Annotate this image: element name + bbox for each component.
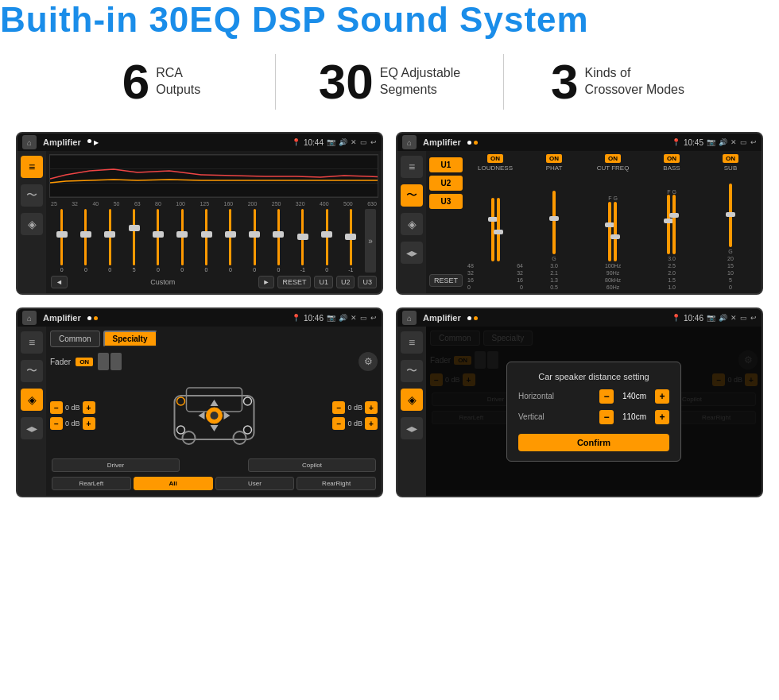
dialog-title: Car speaker distance setting [518, 372, 669, 381]
tab-specialty[interactable]: Specialty [103, 331, 157, 347]
driver-plus[interactable]: + [83, 401, 95, 414]
eq-slider-6[interactable]: 0 [172, 209, 193, 273]
vol-s-icon[interactable]: ◂▸ [21, 417, 43, 439]
eq-d-icon[interactable]: ≡ [401, 331, 423, 354]
eq-slider-5[interactable]: 0 [147, 209, 169, 273]
driver-btn[interactable]: Driver [52, 458, 180, 472]
eq-u2-btn[interactable]: U2 [336, 276, 355, 288]
eq-curve-svg [50, 155, 378, 197]
fader-on-toggle[interactable]: ON [76, 358, 93, 366]
horizontal-label: Horizontal [518, 392, 595, 400]
eq-slider-13[interactable]: -1 [340, 209, 362, 273]
screen-speaker: ⌂ Amplifier 📍 10:46 📷 🔊 ✕ ▭ ↩ ≡ 〜 ◈ ◂▸ [16, 307, 383, 497]
stat-crossover-number: 3 [551, 57, 578, 106]
eq-s-icon[interactable]: ≡ [21, 331, 43, 354]
svg-point-7 [243, 426, 251, 434]
svg-marker-13 [223, 412, 230, 420]
vertical-label: Vertical [518, 412, 595, 421]
cutfreq-on: ON [605, 154, 621, 163]
rearright-btn[interactable]: RearRight [296, 477, 376, 490]
eq-next-btn[interactable]: ► [258, 276, 275, 288]
phat-slider[interactable] [552, 191, 556, 254]
loudness-slider-2[interactable] [497, 198, 500, 261]
eq-slider-10[interactable]: 0 [268, 209, 289, 273]
rearleft-minus[interactable]: − [50, 417, 63, 430]
fader-sl-1[interactable] [98, 353, 109, 370]
home-icon-3[interactable]: ⌂ [22, 311, 37, 325]
sub-col: ON SUB G 20 15 10 5 [703, 154, 758, 290]
wave-sidebar-icon[interactable]: 〜 [401, 184, 423, 207]
eq-slider-7[interactable]: 0 [196, 209, 217, 273]
eq-slider-12[interactable]: 0 [316, 209, 337, 273]
wave-d-icon[interactable]: 〜 [401, 360, 423, 382]
eq-u1-btn[interactable]: U1 [314, 276, 333, 288]
rearleft-btn[interactable]: RearLeft [52, 477, 131, 490]
crossover-content: U1 U2 U3 RESET ON LOUDNESS [426, 151, 762, 293]
copilot-plus[interactable]: + [365, 401, 378, 414]
settings-icon[interactable]: ⚙ [358, 352, 378, 371]
crossover-reset-btn[interactable]: RESET [429, 274, 463, 287]
copilot-minus[interactable]: − [332, 401, 345, 414]
car-diagram [99, 376, 330, 455]
horizontal-minus[interactable]: − [599, 389, 614, 404]
eq-u3-btn[interactable]: U3 [358, 276, 377, 288]
eq-reset-btn[interactable]: RESET [277, 276, 311, 288]
eq-slider-8[interactable]: 0 [219, 209, 241, 273]
user-btn[interactable]: User [215, 477, 295, 490]
vol-d-icon[interactable]: ◂▸ [401, 417, 423, 439]
distance-dialog: Car speaker distance setting Horizontal … [506, 362, 681, 462]
stat-eq-number: 30 [319, 57, 374, 106]
stat-eq: 30 EQ AdjustableSegments [276, 57, 503, 106]
cutfreq-slider-1[interactable] [608, 202, 611, 261]
eq-slider-9[interactable]: 0 [244, 209, 265, 273]
eq-slider-2[interactable]: 0 [75, 209, 96, 273]
all-btn[interactable]: All [134, 477, 213, 490]
wave-s-icon[interactable]: 〜 [21, 360, 43, 382]
confirm-button[interactable]: Confirm [518, 434, 669, 451]
u1-btn[interactable]: U1 [429, 157, 463, 172]
rearleft-plus[interactable]: + [83, 417, 95, 430]
bass-label: BASS [663, 164, 680, 172]
u2-btn[interactable]: U2 [429, 176, 463, 191]
eq-slider-11[interactable]: -1 [292, 209, 313, 273]
eq-slider-4[interactable]: 5 [123, 209, 145, 273]
home-icon-2[interactable]: ⌂ [402, 135, 417, 149]
car-svg [99, 376, 330, 455]
vertical-plus[interactable]: + [655, 410, 669, 424]
eq-sidebar-icon[interactable]: ≡ [401, 156, 423, 178]
vol-sidebar-icon[interactable]: ◂▸ [401, 242, 423, 264]
eq-arrow[interactable]: » [364, 209, 377, 273]
cutfreq-slider-2[interactable] [614, 202, 617, 261]
page-title: Buith-in 30EQ DSP Sound System [0, 0, 779, 40]
cutfreq-label: CUT FREQ [597, 164, 630, 172]
speaker-icon[interactable]: ◈ [21, 213, 43, 235]
play-icon: ▶ [94, 139, 99, 146]
rearright-minus[interactable]: − [332, 417, 345, 430]
eq-prev-btn[interactable]: ◄ [51, 276, 68, 288]
rearright-plus[interactable]: + [365, 417, 378, 430]
vertical-minus[interactable]: − [599, 410, 614, 424]
eq-slider-1[interactable]: 0 [51, 209, 72, 273]
eq-sliders: 0 0 0 5 0 [49, 209, 378, 273]
wave-icon[interactable]: 〜 [21, 184, 43, 207]
fader-sl-2[interactable] [110, 353, 122, 370]
home-icon[interactable]: ⌂ [22, 135, 37, 149]
u3-btn[interactable]: U3 [429, 194, 463, 209]
spk-s-icon[interactable]: ◈ [21, 389, 43, 411]
horizontal-plus[interactable]: + [655, 389, 669, 404]
sub-slider[interactable] [729, 184, 732, 247]
eq-slider-3[interactable]: 0 [99, 209, 121, 273]
volume-icon: 🔊 [339, 138, 347, 146]
stat-crossover: 3 Kinds ofCrossover Modes [504, 57, 731, 106]
spk-d-icon[interactable]: ◈ [401, 389, 423, 411]
driver-minus[interactable]: − [50, 401, 63, 414]
tab-common[interactable]: Common [50, 331, 100, 347]
home-icon-4[interactable]: ⌂ [402, 311, 417, 325]
spk-sidebar-icon[interactable]: ◈ [401, 213, 423, 235]
bass-slider-1[interactable] [667, 195, 670, 254]
eq-icon[interactable]: ≡ [21, 156, 43, 178]
copilot-btn[interactable]: Copilot [248, 458, 376, 472]
bass-slider-2[interactable] [672, 195, 676, 254]
loudness-on: ON [487, 154, 503, 163]
camera-icon: 📷 [327, 138, 335, 146]
